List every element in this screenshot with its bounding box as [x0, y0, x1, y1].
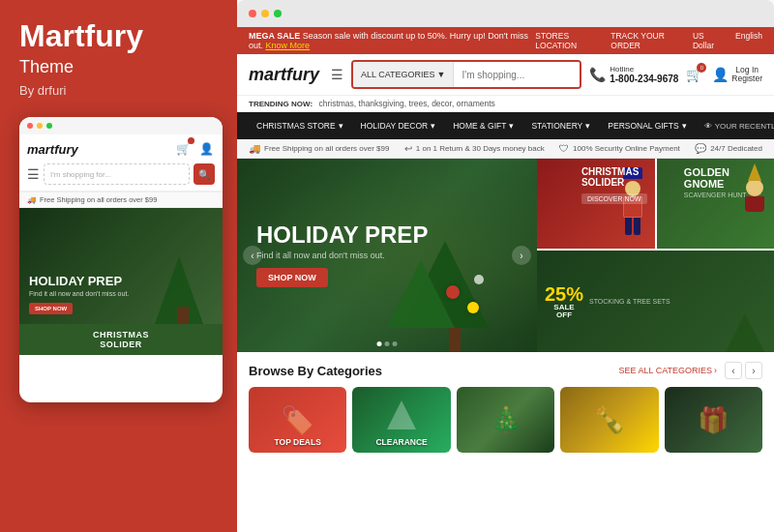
theme-title: Martfury: [19, 19, 218, 53]
mobile-search-button[interactable]: 🔍: [194, 163, 215, 185]
hotline-info: Hotline 1-800-234-9678: [610, 65, 678, 84]
hero-title: HOLIDAY PREP: [256, 223, 428, 247]
category-chevron-icon: ▼: [437, 70, 446, 79]
category-5[interactable]: 🎁: [665, 387, 762, 453]
truck-icon: 🚚: [249, 143, 260, 154]
hero-side-top-row: CHRISTMASSOLIDER DISCOVER NOW: [537, 159, 774, 249]
nav-item-home-gift[interactable]: HOME & GIFT ▾: [445, 112, 521, 139]
nav-chevron-stationery: ▾: [585, 121, 590, 131]
golden-gnome-banner[interactable]: GoldenGnome SCAVENGER HUNT: [657, 159, 775, 249]
trending-items: christmas, thanksgiving, trees, decor, o…: [318, 99, 494, 108]
ornament-gold: [467, 302, 479, 313]
phone-icon: 📞: [589, 67, 606, 82]
category-clearance[interactable]: CLEARANCE: [352, 387, 450, 453]
category-5-image: 🎁: [665, 387, 762, 453]
currency-selector[interactable]: US Dollar: [693, 31, 720, 50]
mobile-logo: martfury: [27, 142, 78, 157]
mega-sale-bar: MEGA SALE Season sale with discount up t…: [237, 27, 774, 54]
desktop-browser: MEGA SALE Season sale with discount up t…: [237, 0, 774, 532]
nav-chevron-christmas: ▾: [339, 121, 343, 131]
browser-dot-red: [249, 10, 256, 17]
stores-location-link[interactable]: STORES LOCATION: [535, 31, 595, 50]
christmas-solider-content: CHRISTMASSOLIDER DISCOVER NOW: [581, 166, 647, 205]
hero-description: Find it all now and don't miss out.: [256, 251, 428, 260]
category-4[interactable]: 🍾: [560, 387, 658, 453]
track-order-link[interactable]: TRACK YOUR ORDER: [610, 31, 677, 50]
mobile-browser-chrome: [19, 117, 223, 134]
feature-bar: 🚚 Free Shipping on all orders over $99 ↩…: [237, 139, 774, 159]
category-5-icon: 🎁: [698, 405, 729, 435]
mobile-mockup: martfury 🛒 👤 ☰ I'm shopping for... 🔍 🚚: [19, 117, 223, 402]
browser-dot-yellow: [261, 10, 269, 17]
mobile-shop-now-button[interactable]: SHOP NOW: [29, 303, 73, 314]
discover-now-button[interactable]: DISCOVER NOW: [581, 193, 647, 204]
hero-dot-1[interactable]: [377, 341, 382, 346]
cart-icon-area[interactable]: 🛒 0: [686, 67, 702, 82]
nav-recently-viewed[interactable]: 👁 YOUR RECENTLY VIEWED: [697, 122, 774, 131]
clearance-label: CLEARANCE: [352, 437, 450, 447]
left-panel: Martfury Theme By drfuri martfury 🛒 👤 ☰: [0, 0, 237, 532]
nav-item-christmas[interactable]: CHRISTMAS STORE ▾: [249, 112, 351, 139]
category-3-image: 🎄: [457, 387, 554, 453]
mobile-hero: HOLIDAY PREP Find it all now and don't m…: [19, 208, 223, 324]
hero-pagination-dots: [377, 341, 398, 346]
feature-return: ↩ 1 on 1 Return & 30 Days money back: [404, 143, 545, 154]
nav-chevron-personal: ▾: [682, 121, 687, 131]
trending-bar: TRENDING NOW: christmas, thanksgiving, t…: [237, 96, 774, 112]
nav-item-holiday[interactable]: HOLIDAY DECOR ▾: [353, 112, 444, 139]
mobile-product-label: CHRISTMASSOLIDER: [27, 330, 215, 349]
category-3[interactable]: 🎄: [457, 387, 554, 453]
browse-prev-arrow[interactable]: ‹: [725, 362, 742, 379]
eye-icon: 👁: [704, 122, 712, 131]
nav-chevron-home: ▾: [509, 121, 514, 131]
site-header: MEGA SALE Season sale with discount up t…: [237, 27, 774, 159]
right-panel: MEGA SALE Season sale with discount up t…: [237, 0, 774, 532]
hamburger-button[interactable]: ☰: [331, 67, 343, 82]
hero-shop-now-button[interactable]: SHOP NOW: [256, 268, 328, 287]
christmas-solider-banner[interactable]: CHRISTMASSOLIDER DISCOVER NOW: [537, 159, 655, 249]
mobile-truck-icon: 🚚: [27, 195, 36, 204]
nav-item-stationery[interactable]: STATIONERY ▾: [523, 112, 598, 139]
nav-item-personal[interactable]: PERSONAL GIFTS ▾: [600, 112, 694, 139]
mobile-search-row: ☰ I'm shopping for... 🔍: [27, 163, 215, 185]
hero-prev-arrow[interactable]: ‹: [243, 246, 262, 265]
category-top-deals[interactable]: 🏷️ TOP DEALS: [249, 387, 346, 453]
top-deals-label: TOP DEALS: [249, 437, 346, 447]
desktop-search-bar: ALL CATEGORIES ▼ SEARCH: [351, 60, 581, 89]
sale-tree-decoration: [726, 313, 764, 352]
mobile-hero-sub: Find it all now and don't miss out.: [29, 290, 129, 297]
hero-section: ‹ HOLIDAY PREP Find it all now and don't…: [237, 159, 774, 352]
browser-chrome: [237, 0, 774, 27]
mobile-hamburger-icon[interactable]: ☰: [27, 166, 40, 182]
browse-header-right: SEE ALL CATEGORIES › ‹ ›: [618, 362, 762, 379]
shield-icon: 🛡: [559, 143, 569, 154]
browse-next-arrow[interactable]: ›: [745, 362, 762, 379]
category-4-icon: 🍾: [594, 405, 625, 435]
site-logo: martfury: [249, 65, 319, 85]
see-all-categories-link[interactable]: SEE ALL CATEGORIES ›: [618, 366, 717, 375]
mobile-user-icon[interactable]: 👤: [197, 140, 215, 158]
hero-dot-3[interactable]: [393, 341, 398, 346]
browse-header: Browse By Categories SEE ALL CATEGORIES …: [249, 362, 762, 379]
hero-dot-2[interactable]: [385, 341, 390, 346]
know-more-link[interactable]: Know More: [266, 41, 311, 50]
mobile-cart-icon[interactable]: 🛒: [174, 140, 192, 158]
golden-gnome-title: GoldenGnome: [684, 166, 747, 190]
mobile-header: martfury 🛒 👤 ☰ I'm shopping for... 🔍: [19, 134, 223, 192]
feature-support: 💬 24/7 Dedicated: [695, 143, 762, 154]
nav-right-items: 👁 YOUR RECENTLY VIEWED ♡ YOUR WISHLIST: [697, 122, 774, 131]
category-grid: 🏷️ TOP DEALS CLEARANCE 🎄: [249, 387, 762, 453]
user-login-area[interactable]: 👤 Log In Register: [712, 66, 762, 84]
mega-sale-label: MEGA SALE: [249, 31, 300, 41]
top-nav-bar: martfury ☰ ALL CATEGORIES ▼ SEARCH 📞 Hot…: [237, 54, 774, 96]
search-input[interactable]: [454, 62, 581, 87]
mobile-search-input[interactable]: I'm shopping for...: [44, 163, 190, 185]
feature-shipping: 🚚 Free Shipping on all orders over $99: [249, 143, 389, 154]
hero-next-arrow[interactable]: ›: [512, 246, 531, 265]
category-dropdown[interactable]: ALL CATEGORIES ▼: [353, 62, 454, 87]
mobile-dot-yellow: [37, 123, 43, 129]
sale-banner[interactable]: 25% SALEOFF STOCKING & TREE SETS: [537, 251, 774, 352]
language-selector[interactable]: English: [735, 31, 762, 50]
user-icon: 👤: [712, 67, 729, 82]
mobile-bottom-product: CHRISTMASSOLIDER: [19, 324, 223, 355]
